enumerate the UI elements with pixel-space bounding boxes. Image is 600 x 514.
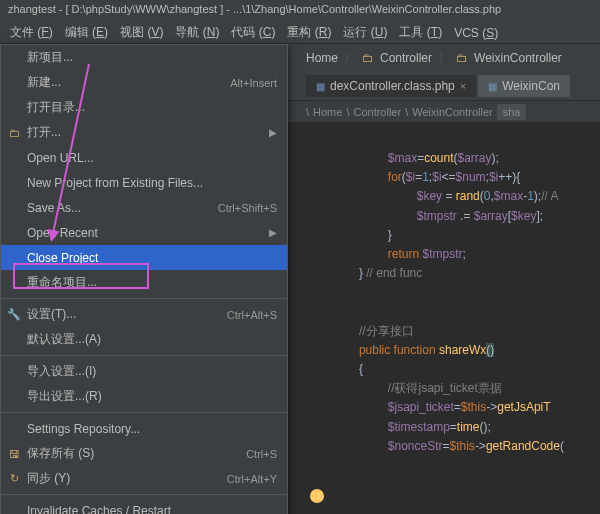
- menu-item[interactable]: 新建...Alt+Insert: [1, 70, 287, 95]
- folder-icon: 🗀: [362, 51, 374, 65]
- mb-item[interactable]: Controller: [353, 106, 401, 118]
- breadcrumb-item[interactable]: Home: [306, 51, 338, 65]
- php-file-icon: ▦: [316, 81, 325, 92]
- menu-视图[interactable]: 视图 (V): [114, 22, 169, 43]
- shortcut-text: Alt+Insert: [230, 77, 277, 89]
- menu-item-label: 打开目录...: [27, 99, 277, 116]
- menu-item[interactable]: 导入设置...(I): [1, 359, 287, 384]
- code-editor[interactable]: $max=count($array); for($i=1;$i<=$num;$i…: [306, 145, 600, 514]
- gear-icon: 🔧: [7, 308, 21, 321]
- gutter: [310, 489, 324, 503]
- menu-item-label: Open Recent: [27, 226, 269, 240]
- menu-导航[interactable]: 导航 (N): [169, 22, 225, 43]
- mb-item[interactable]: WeixinController: [412, 106, 493, 118]
- php-file-icon: ▦: [488, 81, 497, 92]
- menu-item-label: Invalidate Caches / Restart: [27, 504, 277, 515]
- file-menu-dropdown: 新项目...新建...Alt+Insert打开目录...🗀打开...▶Open …: [0, 44, 288, 514]
- menu-bar: 文件 (F)编辑 (E)视图 (V)导航 (N)代码 (C)重构 (R)运行 (…: [0, 22, 600, 44]
- breadcrumb-item[interactable]: Controller: [380, 51, 432, 65]
- chevron-right-icon: 〉: [438, 50, 450, 67]
- sync-icon: ↻: [7, 472, 21, 485]
- menu-item-label: 设置(T)...: [27, 306, 227, 323]
- menu-item-label: 重命名项目...: [27, 274, 277, 291]
- menu-item[interactable]: 🗀打开...▶: [1, 120, 287, 145]
- menu-item-label: 同步 (Y): [27, 470, 227, 487]
- menu-separator: [1, 494, 287, 495]
- menu-item[interactable]: 🔧设置(T)...Ctrl+Alt+S: [1, 302, 287, 327]
- folder-icon: 🗀: [456, 51, 468, 65]
- menu-item[interactable]: New Project from Existing Files...: [1, 170, 287, 195]
- editor-tab[interactable]: ▦ WeixinCon: [478, 75, 570, 97]
- tab-label: WeixinCon: [502, 79, 560, 93]
- shortcut-text: Ctrl+Shift+S: [218, 202, 277, 214]
- menu-工具[interactable]: 工具 (T): [393, 22, 448, 43]
- menu-item[interactable]: 新项目...: [1, 45, 287, 70]
- menu-运行[interactable]: 运行 (U): [337, 22, 393, 43]
- menu-item[interactable]: Open URL...: [1, 145, 287, 170]
- menu-item[interactable]: Settings Repository...: [1, 416, 287, 441]
- menu-文件[interactable]: 文件 (F): [4, 22, 59, 43]
- editor-tab[interactable]: ▦ dexController.class.php ×: [306, 75, 476, 97]
- menu-item-label: Open URL...: [27, 151, 277, 165]
- folder-icon: 🗀: [7, 127, 21, 139]
- menu-item-label: Close Project: [27, 251, 277, 265]
- menu-item[interactable]: Invalidate Caches / Restart: [1, 498, 287, 514]
- mb-item[interactable]: Home: [313, 106, 342, 118]
- menu-item[interactable]: ↻同步 (Y)Ctrl+Alt+Y: [1, 466, 287, 491]
- menu-item[interactable]: 🖫保存所有 (S)Ctrl+S: [1, 441, 287, 466]
- breadcrumb-item[interactable]: WeixinController: [474, 51, 562, 65]
- chevron-right-icon: ▶: [269, 127, 277, 138]
- shortcut-text: Ctrl+Alt+S: [227, 309, 277, 321]
- menu-item[interactable]: 重命名项目...: [1, 270, 287, 295]
- menu-重构[interactable]: 重构 (R): [281, 22, 337, 43]
- save-icon: 🖫: [7, 448, 21, 460]
- close-icon[interactable]: ×: [460, 80, 466, 92]
- menu-item-label: New Project from Existing Files...: [27, 176, 277, 190]
- menu-item-label: 保存所有 (S): [27, 445, 246, 462]
- menu-代码[interactable]: 代码 (C): [225, 22, 281, 43]
- menu-item[interactable]: 导出设置...(R): [1, 384, 287, 409]
- menu-item[interactable]: 打开目录...: [1, 95, 287, 120]
- menu-item-label: Settings Repository...: [27, 422, 277, 436]
- menu-item-label: 默认设置...(A): [27, 331, 277, 348]
- mb-method[interactable]: sha: [497, 104, 527, 120]
- menu-item-label: 导入设置...(I): [27, 363, 277, 380]
- menu-item-label: 新建...: [27, 74, 230, 91]
- menu-item-label: 导出设置...(R): [27, 388, 277, 405]
- menu-separator: [1, 355, 287, 356]
- menu-item[interactable]: Save As...Ctrl+Shift+S: [1, 195, 287, 220]
- title-bar: zhangtest - [ D:\phpStudy\WWW\zhangtest …: [0, 0, 600, 22]
- menu-separator: [1, 412, 287, 413]
- tab-label: dexController.class.php: [330, 79, 455, 93]
- menu-item[interactable]: Open Recent▶: [1, 220, 287, 245]
- menu-item-label: Save As...: [27, 201, 218, 215]
- shortcut-text: Ctrl+S: [246, 448, 277, 460]
- menu-item-label: 打开...: [27, 124, 269, 141]
- menu-item[interactable]: 默认设置...(A): [1, 327, 287, 352]
- menu-separator: [1, 298, 287, 299]
- menu-item[interactable]: Close Project: [1, 245, 287, 270]
- chevron-right-icon: ▶: [269, 227, 277, 238]
- menu-编辑[interactable]: 编辑 (E): [59, 22, 114, 43]
- chevron-right-icon: 〉: [344, 50, 356, 67]
- menu-item-label: 新项目...: [27, 49, 277, 66]
- menu-VCS[interactable]: VCS (S): [448, 24, 504, 42]
- shortcut-text: Ctrl+Alt+Y: [227, 473, 277, 485]
- bulb-icon[interactable]: [310, 489, 324, 503]
